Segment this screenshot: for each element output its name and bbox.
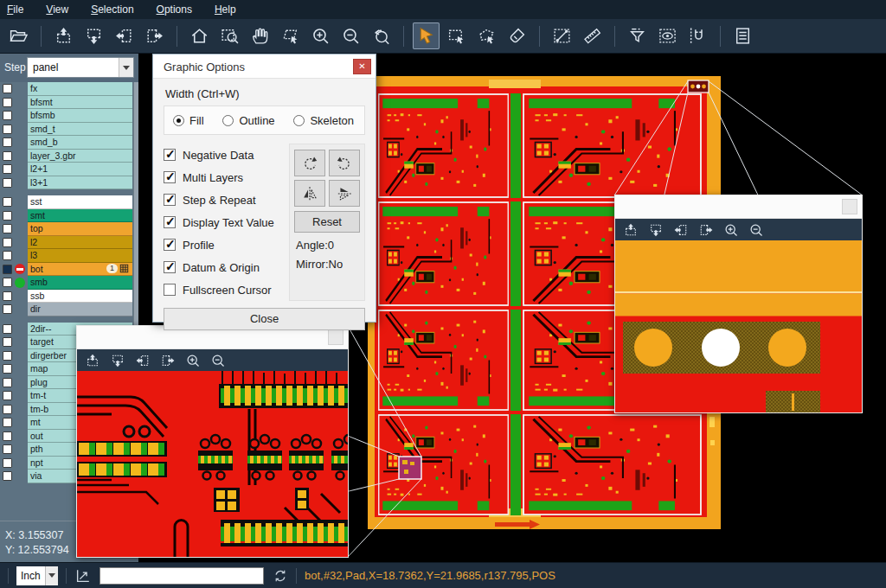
check-datum-origin[interactable]: Datum & Origin: [164, 256, 284, 278]
preview-tool-pan-right-icon[interactable]: [160, 353, 176, 368]
layer-visibility-checkbox[interactable]: [3, 125, 12, 134]
rotate-ccw-button[interactable]: [329, 150, 360, 176]
close-button[interactable]: Close: [164, 308, 365, 330]
sidebar-layer-ssb[interactable]: ssb: [0, 290, 132, 304]
zoom-preview-window-right[interactable]: [614, 195, 863, 413]
check-negative-data[interactable]: Negative Data: [164, 144, 284, 166]
dialog-checkbox[interactable]: [164, 261, 176, 273]
layer-visibility-checkbox[interactable]: [3, 278, 12, 287]
radio-skeleton[interactable]: Skeleton: [293, 114, 354, 127]
sidebar-layer-l3+1[interactable]: l3+1: [0, 176, 132, 190]
tool-select-poly[interactable]: [473, 22, 500, 49]
tool-measure-distance[interactable]: [549, 22, 575, 49]
radio-button[interactable]: [173, 115, 184, 126]
layer-visibility-checkbox[interactable]: [3, 251, 12, 260]
menu-options[interactable]: Options: [157, 3, 192, 16]
tool-zoom-in[interactable]: [307, 22, 334, 49]
preview-tool-zoom-in-icon[interactable]: [723, 222, 739, 238]
preview-window-button[interactable]: [842, 199, 857, 214]
dialog-checkbox[interactable]: [164, 194, 176, 206]
radio-fill[interactable]: Fill: [173, 114, 204, 127]
flip-horizontal-button[interactable]: [294, 180, 325, 207]
zoom-preview-window-left[interactable]: [76, 325, 349, 558]
preview-tool-zoom-out-icon[interactable]: [210, 353, 226, 368]
layer-visibility-checkbox[interactable]: [3, 324, 12, 334]
layer-visibility-checkbox[interactable]: [3, 471, 12, 481]
dialog-title-bar[interactable]: Graphic Options: [153, 54, 376, 79]
tool-zoom-previous[interactable]: [368, 22, 395, 49]
reset-button[interactable]: Reset: [294, 211, 360, 233]
tool-hand-pan[interactable]: [247, 22, 273, 49]
step-select[interactable]: panel: [27, 57, 134, 78]
tool-pan-up[interactable]: [50, 22, 77, 49]
layer-visibility-checkbox[interactable]: [3, 304, 12, 314]
tool-folder-open[interactable]: [5, 22, 32, 49]
sidebar-layer-smd_b[interactable]: smd_b: [0, 136, 132, 150]
command-input[interactable]: [100, 567, 264, 585]
layer-visibility-checkbox[interactable]: [3, 378, 12, 387]
layer-visibility-checkbox[interactable]: [3, 178, 12, 188]
sidebar-layer-smd_t[interactable]: smd_t: [0, 123, 132, 137]
tool-clean-brush[interactable]: [504, 22, 530, 49]
check-display-text-value[interactable]: Display Text Value: [164, 211, 284, 233]
preview-tool-pan-up-icon[interactable]: [85, 353, 100, 368]
dialog-checkbox[interactable]: [164, 284, 176, 296]
sync-icon[interactable]: [273, 568, 288, 584]
angle-mode-icon[interactable]: [74, 567, 92, 585]
tool-select-rect[interactable]: [443, 22, 470, 49]
tool-pan-left[interactable]: [111, 22, 138, 49]
preview-tool-zoom-out-icon[interactable]: [748, 222, 764, 238]
tool-zoom-out[interactable]: [337, 22, 364, 49]
sidebar-layer-top[interactable]: top: [0, 222, 132, 236]
dialog-checkbox[interactable]: [164, 149, 176, 161]
tool-select-cursor[interactable]: [413, 22, 440, 49]
layer-visibility-checkbox[interactable]: [3, 391, 12, 400]
rotate-cw-button[interactable]: [294, 150, 325, 176]
preview-tool-pan-down-icon[interactable]: [110, 353, 125, 368]
check-step-repeat[interactable]: Step & Repeat: [164, 189, 284, 211]
graphic-options-dialog[interactable]: Graphic Options Width (Ctrl+W) Fill Outl…: [152, 54, 376, 323]
layer-visibility-checkbox[interactable]: [3, 211, 12, 220]
sidebar-layer-l2+1[interactable]: l2+1: [0, 163, 132, 176]
dialog-checkbox[interactable]: [164, 171, 176, 183]
tool-ruler[interactable]: [579, 22, 606, 49]
sidebar-layer-sst[interactable]: sst: [0, 195, 132, 209]
check-multi-layers[interactable]: Multi Layers: [164, 166, 284, 189]
layer-visibility-checkbox[interactable]: [3, 431, 12, 441]
layer-visibility-checkbox[interactable]: [3, 351, 12, 361]
sidebar-layer-bfsmb[interactable]: bfsmb: [0, 109, 132, 123]
preview-tool-pan-up-icon[interactable]: [623, 222, 639, 238]
tool-zoom-object[interactable]: [277, 22, 304, 49]
layer-visibility-checkbox[interactable]: [3, 98, 12, 107]
radio-button[interactable]: [293, 115, 305, 126]
menu-selection[interactable]: Selection: [91, 3, 133, 16]
layer-visibility-checkbox[interactable]: [3, 337, 12, 347]
radio-button[interactable]: [222, 115, 234, 126]
menu-view[interactable]: View: [46, 3, 68, 16]
sidebar-layer-bot[interactable]: bot 1: [0, 263, 132, 277]
sidebar-layer-bfsmt[interactable]: bfsmt: [0, 96, 132, 110]
preview-window-button[interactable]: [328, 329, 343, 345]
preview-tool-pan-left-icon[interactable]: [673, 222, 689, 238]
tool-view-eye[interactable]: [654, 22, 681, 49]
preview-tool-pan-left-icon[interactable]: [135, 353, 151, 368]
layer-visibility-checkbox[interactable]: [3, 224, 12, 233]
sidebar-layer-smt[interactable]: smt: [0, 209, 132, 223]
check-fullscreen-cursor[interactable]: Fullscreen Cursor: [164, 278, 284, 301]
preview-tool-zoom-in-icon[interactable]: [185, 353, 201, 368]
tool-snap-magnet[interactable]: [684, 22, 711, 49]
flip-vertical-button[interactable]: [329, 180, 360, 207]
dialog-checkbox[interactable]: [164, 216, 176, 228]
layer-visibility-checkbox[interactable]: [3, 151, 12, 161]
layer-visibility-checkbox[interactable]: [3, 458, 12, 468]
sidebar-layer-smb[interactable]: smb: [0, 276, 132, 290]
sidebar-layer-dir[interactable]: dir: [0, 303, 132, 316]
menu-help[interactable]: Help: [215, 3, 236, 16]
radio-outline[interactable]: Outline: [222, 114, 274, 127]
layer-visibility-checkbox[interactable]: [3, 197, 12, 207]
tool-pan-right[interactable]: [141, 22, 168, 49]
tool-pan-down[interactable]: [80, 22, 107, 49]
preview-tool-pan-down-icon[interactable]: [648, 222, 664, 238]
layer-visibility-checkbox[interactable]: [3, 364, 12, 374]
tool-home[interactable]: [186, 22, 213, 49]
